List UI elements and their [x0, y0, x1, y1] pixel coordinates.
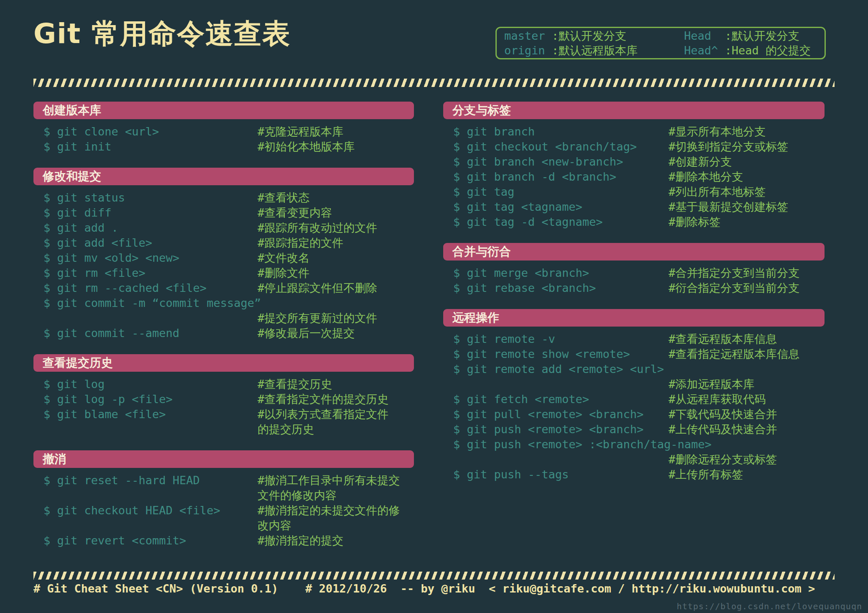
legend-term: origin — [504, 44, 552, 57]
section-undo: 撤消 $ git reset --hard HEAD#撤消工作目录中所有未提交 … — [33, 450, 414, 548]
command-text: $ git commit -m “commit message” — [43, 296, 261, 311]
command-row: $ git rm <file>#删除文件 — [33, 266, 414, 281]
comment-text: #添加远程版本库 — [669, 377, 825, 392]
command-text — [453, 377, 669, 392]
command-text: $ git commit --amend — [43, 326, 258, 341]
comment-text: #创建新分支 — [669, 154, 825, 169]
comment-text: #删除远程分支或标签 — [669, 452, 825, 467]
comment-text: #删除标签 — [669, 215, 825, 230]
command-text: $ git checkout HEAD <file> — [43, 503, 258, 533]
command-text: $ git status — [43, 190, 258, 205]
command-text: $ git push --tags — [453, 467, 669, 482]
command-text: $ git push <remote> :<branch/tag-name> — [453, 437, 712, 452]
command-text: $ git log — [43, 377, 258, 392]
command-row: $ git rm --cached <file>#停止跟踪文件但不删除 — [33, 281, 414, 296]
command-row: $ git log#查看提交历史 — [33, 377, 414, 392]
section-header-view-history: 查看提交历史 — [33, 354, 414, 372]
comment-text: #撤消工作目录中所有未提交 文件的修改内容 — [258, 473, 414, 503]
comment-text: #从远程库获取代码 — [669, 392, 825, 407]
legend-def: :默认远程版本库 — [552, 44, 638, 57]
command-row: $ git init#初始化本地版本库 — [33, 139, 414, 154]
right-column: 分支与标签 $ git branch#显示所有本地分支 $ git checko… — [443, 102, 825, 496]
command-row: $ git diff#查看变更内容 — [33, 205, 414, 220]
command-row: #提交所有更新过的文件 — [33, 311, 414, 326]
comment-text: #停止跟踪文件但不删除 — [258, 281, 414, 296]
comment-text: #以列表方式查看指定文件 的提交历史 — [258, 407, 414, 437]
command-row: $ git commit -m “commit message” — [33, 296, 414, 311]
section-branch-tag: 分支与标签 $ git branch#显示所有本地分支 $ git checko… — [443, 102, 825, 230]
command-row: $ git status#查看状态 — [33, 190, 414, 205]
hatched-divider-top — [33, 79, 835, 87]
legend-def: :默认开发分支 — [552, 29, 626, 42]
command-text: $ git branch -d <branch> — [453, 169, 669, 184]
legend-item-master: master:默认开发分支 — [504, 29, 684, 43]
comment-text: #上传代码及快速合并 — [669, 422, 825, 437]
section-remote-ops: 远程操作 $ git remote -v#查看远程版本库信息 $ git rem… — [443, 309, 825, 482]
command-text: $ git tag — [453, 184, 669, 199]
legend-item-head: Head:默认开发分支 — [684, 29, 825, 43]
command-row: $ git clone <url>#克隆远程版本库 — [33, 124, 414, 139]
command-text: $ git clone <url> — [43, 124, 258, 139]
section-header-create-repo: 创建版本库 — [33, 102, 414, 119]
command-text: $ git init — [43, 139, 258, 154]
command-row: $ git push <remote> <branch>#上传代码及快速合并 — [443, 422, 825, 437]
command-row: $ git branch <new-branch>#创建新分支 — [443, 154, 825, 169]
command-row: $ git commit --amend#修改最后一次提交 — [33, 326, 414, 341]
command-text: $ git revert <commit> — [43, 533, 258, 548]
comment-text: #修改最后一次提交 — [258, 326, 414, 341]
command-row: $ git merge <branch>#合并指定分支到当前分支 — [443, 266, 825, 281]
section-header-merge-rebase: 合并与衍合 — [443, 243, 825, 261]
comment-text: #查看指定文件的提交历史 — [258, 392, 414, 407]
legend-term: master — [504, 29, 552, 43]
command-text: $ git remote add <remote> <url> — [453, 362, 669, 377]
section-header-remote-ops: 远程操作 — [443, 309, 825, 327]
comment-text: #克隆远程版本库 — [258, 124, 414, 139]
legend-box: master:默认开发分支 Head:默认开发分支 origin:默认远程版本库… — [495, 27, 826, 59]
command-row: $ git blame <file>#以列表方式查看指定文件 的提交历史 — [33, 407, 414, 437]
command-text: $ git add . — [43, 220, 258, 235]
command-row: $ git remote -v#查看远程版本库信息 — [443, 332, 825, 347]
command-row: $ git fetch <remote>#从远程库获取代码 — [443, 392, 825, 407]
command-row: $ git log -p <file>#查看指定文件的提交历史 — [33, 392, 414, 407]
comment-text: #提交所有更新过的文件 — [258, 311, 414, 326]
comment-text: #查看提交历史 — [258, 377, 414, 392]
legend-def: :Head 的父提交 — [725, 44, 811, 57]
comment-text: #上传所有标签 — [669, 467, 825, 482]
command-text: $ git mv <old> <new> — [43, 250, 258, 266]
command-text — [453, 452, 669, 467]
comment-text: #删除文件 — [258, 266, 414, 281]
section-header-modify-commit: 修改和提交 — [33, 168, 414, 185]
command-row: $ git checkout <branch/tag>#切换到指定分支或标签 — [443, 139, 825, 154]
left-column: 创建版本库 $ git clone <url>#克隆远程版本库 $ git in… — [33, 102, 414, 562]
section-header-branch-tag: 分支与标签 — [443, 102, 825, 119]
section-create-repo: 创建版本库 $ git clone <url>#克隆远程版本库 $ git in… — [33, 102, 414, 154]
comment-text: #衍合指定分支到当前分支 — [669, 281, 825, 296]
comment-text: #文件改名 — [258, 250, 414, 266]
comment-text: #跟踪指定的文件 — [258, 235, 414, 250]
comment-text: #切换到指定分支或标签 — [669, 139, 825, 154]
legend-item-head-parent: Head^:Head 的父提交 — [684, 44, 825, 57]
comment-text: #查看变更内容 — [258, 205, 414, 220]
command-text: $ git reset --hard HEAD — [43, 473, 258, 503]
command-row: $ git tag <tagname>#基于最新提交创建标签 — [443, 199, 825, 215]
command-text: $ git remote -v — [453, 332, 669, 347]
command-text: $ git tag -d <tagname> — [453, 215, 669, 230]
command-row: #删除远程分支或标签 — [443, 452, 825, 467]
hatched-divider-bottom — [33, 572, 835, 580]
comment-text: #撤消指定的提交 — [258, 533, 414, 548]
page-title: Git 常用命令速查表 — [33, 15, 291, 53]
command-row: $ git mv <old> <new>#文件改名 — [33, 250, 414, 266]
command-text: $ git tag <tagname> — [453, 199, 669, 215]
command-row: $ git tag#列出所有本地标签 — [443, 184, 825, 199]
command-row: $ git branch -d <branch>#删除本地分支 — [443, 169, 825, 184]
command-text: $ git branch <new-branch> — [453, 154, 669, 169]
comment-text: #下载代码及快速合并 — [669, 407, 825, 422]
command-row: $ git add .#跟踪所有改动过的文件 — [33, 220, 414, 235]
command-text: $ git branch — [453, 124, 669, 139]
watermark-url: https://blog.csdn.net/lovequanquqn — [677, 601, 862, 611]
legend-def: :默认开发分支 — [725, 29, 799, 42]
comment-text — [261, 296, 414, 311]
comment-text: #撤消指定的未提交文件的修 改内容 — [258, 503, 414, 533]
comment-text: #初始化本地版本库 — [258, 139, 414, 154]
command-text: $ git add <file> — [43, 235, 258, 250]
